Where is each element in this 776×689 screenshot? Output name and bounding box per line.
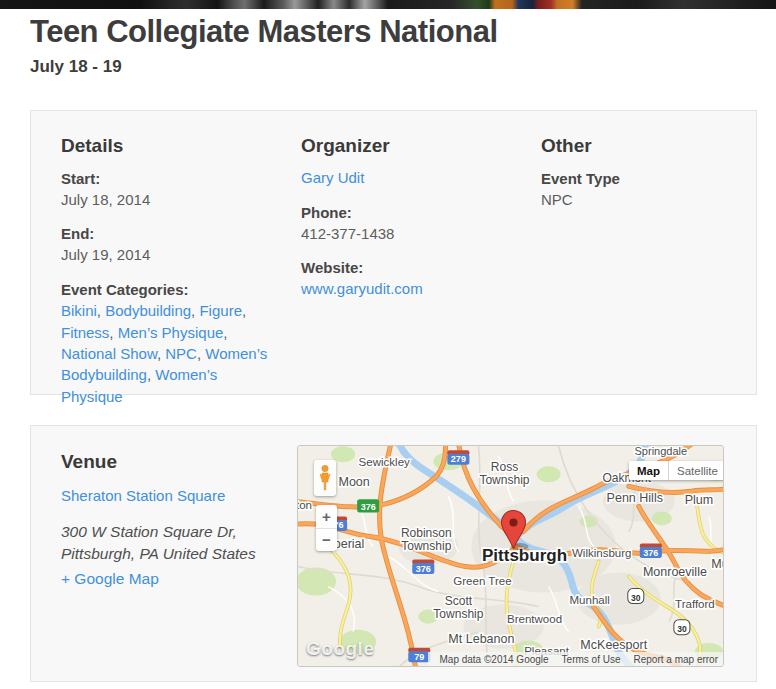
svg-text:79: 79 [414,652,424,662]
map-place-label: Robinson [401,526,452,540]
organizer-link[interactable]: Gary Udit [301,169,364,186]
route-shield-30: 30 [628,589,644,604]
svg-text:279: 279 [451,454,466,464]
map-attribution-bar: Map data ©2014 GoogleTerms of UseReport … [428,652,723,666]
event-category-link[interactable]: Men’s Physique [118,324,224,341]
phone-row: Phone: 412-377-1438 [301,203,521,244]
other-section: Other Event Type NPC [541,135,640,394]
event-category-link[interactable]: NPC [165,345,197,362]
map-zoom-out-button[interactable]: − [316,529,337,552]
map-type-map-button[interactable]: Map [629,461,668,480]
venue-box: Venue Sheraton Station Square 300 W Stat… [30,425,757,682]
report-map-error-link[interactable]: Report a map error [634,654,718,665]
venue-heading: Venue [61,451,289,473]
category-links: Bikini, Bodybuilding, Figure, Fitness, M… [61,300,279,406]
phone-value: 412-377-1438 [301,225,394,242]
event-type-row: Event Type NPC [541,169,620,210]
venue-address-line2: Pittsburgh, PA United States [61,545,256,562]
details-heading: Details [61,135,281,157]
google-map-link[interactable]: + Google Map [61,568,159,590]
map-place-label: McKeesport [580,638,647,652]
phone-label: Phone: [301,203,521,224]
route-shield-79: 79 [408,648,430,663]
map-type-control: Map Satellite [629,461,724,480]
map-zoom-in-button[interactable]: + [316,505,337,528]
page-title: Teen Collegiate Masters National [30,14,498,50]
venue-address-line1: 300 W Station Square Dr, [61,523,237,540]
website-label: Website: [301,258,521,279]
event-category-link[interactable]: National Show [61,345,157,362]
map-place-label: Brentwood [507,613,562,625]
organizer-section: Organizer Gary Udit Phone: 412-377-1438 … [301,135,541,394]
map-place-label: Mu [711,557,724,571]
street-view-pegman-control[interactable] [314,460,336,496]
map-place-label: Scott [445,594,473,608]
google-map-embed[interactable]: 279376376376376303079 SewickleyMoonRossT… [297,445,724,667]
map-place-label: ton [298,499,312,511]
website-row: Website: www.garyudit.com [301,258,521,299]
map-place-label: Mt Lebanon [448,632,514,646]
map-place-label: Township [401,539,451,553]
start-label: Start: [61,169,281,190]
map-type-satellite-button[interactable]: Satellite [669,461,724,480]
other-heading: Other [541,135,620,157]
route-shield-279: 279 [447,450,469,465]
venue-section: Venue Sheraton Station Square 300 W Stat… [61,451,289,590]
start-row: Start: July 18, 2014 [61,169,281,210]
venue-address: 300 W Station Square Dr, Pittsburgh, PA … [61,521,289,590]
map-place-label: Moon [338,475,369,489]
route-shield-376: 376 [640,543,662,558]
map-place-label: Township [479,473,529,487]
svg-text:376: 376 [416,564,431,574]
categories-row: Event Categories: Bikini, Bodybuilding, … [61,280,281,407]
map-place-label: Sewickley [359,456,410,468]
end-label: End: [61,224,281,245]
event-date-range: July 18 - 19 [30,57,122,77]
event-meta-box: Details Start: July 18, 2014 End: July 1… [30,110,757,395]
map-place-label: Monroeville [643,565,707,579]
route-shield-376: 376 [357,499,379,512]
terms-of-use-link[interactable]: Terms of Use [562,654,621,665]
svg-text:376: 376 [643,547,658,557]
venue-link[interactable]: Sheraton Station Square [61,487,225,504]
event-page: Teen Collegiate Masters National July 18… [0,0,776,689]
map-place-label: Ross [491,460,518,474]
end-row: End: July 19, 2014 [61,224,281,265]
header-photo-strip [0,0,776,9]
event-category-link[interactable]: Figure [199,302,242,319]
svg-text:376: 376 [361,502,376,512]
categories-label: Event Categories: [61,280,281,301]
event-category-link[interactable]: Bikini [61,302,97,319]
svg-text:30: 30 [631,593,641,603]
map-place-label: Trafford [675,598,715,610]
map-place-label: Wilkinsburg [572,548,632,560]
map-data-attribution: Map data ©2014 Google [439,654,548,665]
map-place-label: Plum [685,493,714,507]
svg-text:30: 30 [677,624,687,634]
event-type-label: Event Type [541,169,620,190]
organizer-heading: Organizer [301,135,521,157]
details-section: Details Start: July 18, 2014 End: July 1… [61,135,301,394]
end-value: July 19, 2014 [61,246,150,263]
organizer-website-link[interactable]: www.garyudit.com [301,280,423,297]
map-place-label: Penn Hills [607,491,663,505]
route-shield-376: 376 [412,560,434,575]
map-zoom-control: + − [316,505,337,551]
map-place-label: Springdale [635,446,688,457]
google-logo: Google [306,638,374,660]
pegman-icon [319,465,331,491]
map-place-label: Green Tree [453,575,511,587]
route-shield-30: 30 [674,620,690,635]
event-category-link[interactable]: Bodybuilding [105,302,191,319]
map-place-label: Township [433,607,483,621]
event-type-value: NPC [541,191,573,208]
start-value: July 18, 2014 [61,191,150,208]
event-category-link[interactable]: Fitness [61,324,109,341]
map-place-label: Munhall [570,594,610,606]
